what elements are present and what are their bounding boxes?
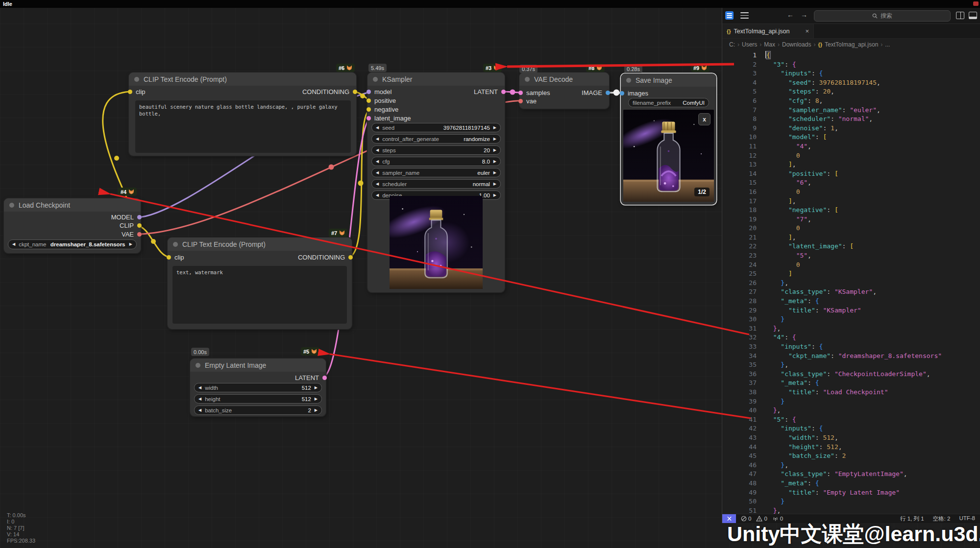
increment-arrow-icon[interactable]: ▶ [493,126,496,130]
decrement-arrow-icon[interactable]: ◀ [198,397,201,401]
output-slot-conditioning[interactable] [348,255,353,260]
node-ksampler[interactable]: KSampler model LATENT positive negative … [368,72,505,292]
node-load-checkpoint[interactable]: Load Checkpoint MODEL CLIP VAE ◀ ckpt_na… [4,198,141,253]
decrement-arrow-icon[interactable]: ◀ [198,408,201,412]
decrement-arrow-icon[interactable]: ◀ [376,148,379,152]
node-save-image[interactable]: Save Image images filename_prefix ComfyU… [621,73,716,205]
editor-tab-bar: {} TextToImag_api.json × [722,24,980,39]
increment-arrow-icon[interactable]: ▶ [493,193,496,197]
output-slot-vae[interactable] [137,232,142,237]
decrement-arrow-icon[interactable]: ◀ [376,193,379,197]
increment-arrow-icon[interactable]: ▶ [493,160,496,164]
node-exec-time-badge: 0.37s [519,65,538,73]
widget-seed[interactable]: ◀ seed 397628118197145 ▶ [371,123,501,132]
node-title: CLIP Text Encode (Prompt) [144,75,227,83]
prompt-textarea[interactable]: beautiful scenery nature glass bottle la… [135,100,351,153]
widget-steps[interactable]: ◀ steps 20 ▶ [371,145,501,155]
node-clip-text-encode-positive[interactable]: CLIP Text Encode (Prompt) clip CONDITION… [129,72,356,156]
collapse-dot[interactable] [373,77,378,82]
input-slot-clip[interactable] [167,255,171,260]
output-slot-latent[interactable] [322,376,327,380]
widget-sampler-name[interactable]: ◀ sampler_name euler ▶ [371,168,501,177]
input-slot-vae[interactable] [518,99,523,103]
input-slot-samples[interactable] [518,91,523,95]
input-slot-model[interactable] [367,90,371,94]
output-slot-image[interactable] [606,91,610,95]
decrement-arrow-icon[interactable]: ◀ [376,126,379,130]
node-order-badge-5: #5 [301,347,319,356]
input-slot-latent-image[interactable] [367,116,371,120]
input-slot-positive[interactable] [367,98,371,103]
code-editor[interactable]: 1234567891011121314151617181920212223242… [722,49,980,514]
breadcrumb-item[interactable]: ... [885,41,890,48]
increment-arrow-icon[interactable]: ▶ [493,182,496,186]
collapse-dot[interactable] [173,242,178,247]
tab-close-icon[interactable]: × [805,27,809,35]
node-empty-latent-image[interactable]: Empty Latent Image LATENT ◀ width 512 ▶ … [190,358,326,416]
collapse-dot[interactable] [134,77,139,82]
node-exec-time-badge: 0.00s [191,348,209,356]
widget-control-after-generate[interactable]: ◀ control_after_generate randomize ▶ [371,134,501,143]
node-order-badge-8: #8 [586,64,605,72]
node-order-badge-6: #6 [336,64,355,72]
menu-hamburger-icon[interactable] [740,12,749,19]
increment-arrow-icon[interactable]: ▶ [315,397,318,401]
increment-arrow-icon[interactable]: ▶ [493,137,496,141]
decrement-arrow-icon[interactable]: ◀ [376,137,379,141]
input-slot-negative[interactable] [367,107,371,112]
decrement-arrow-icon[interactable]: ◀ [376,182,379,186]
increment-arrow-icon[interactable]: ▶ [315,386,318,390]
widget-batch-size[interactable]: ◀ batch_size 2 ▶ [194,405,322,415]
split-editor-icon[interactable] [956,12,964,19]
output-slot-clip[interactable] [137,223,142,228]
output-slot-conditioning[interactable] [353,90,357,94]
output-slot-label: LATENT [474,88,498,95]
output-slot-model[interactable] [137,215,142,219]
widget-scheduler[interactable]: ◀ scheduler normal ▶ [371,179,501,189]
input-slot-images[interactable] [620,91,624,95]
breadcrumb-item[interactable]: Downloads [782,41,811,48]
command-search-input[interactable]: 搜索 [814,10,951,22]
tab-texttoimag-api-json[interactable]: {} TextToImag_api.json × [722,24,814,38]
latent-preview-image [390,196,483,289]
decrement-arrow-icon[interactable]: ◀ [376,160,379,164]
nav-back-button[interactable]: ← [787,11,794,19]
increment-arrow-icon[interactable]: ▶ [493,148,496,152]
widget-height[interactable]: ◀ height 512 ▶ [194,394,322,404]
breadcrumb-item[interactable]: Users [742,41,757,48]
breadcrumb-item[interactable]: C: [729,41,735,48]
node-clip-text-encode-negative[interactable]: CLIP Text Encode (Prompt) clip CONDITION… [168,238,352,329]
increment-arrow-icon[interactable]: ▶ [129,242,132,246]
breadcrumb-item[interactable]: Max [764,41,775,48]
collapse-dot[interactable] [196,363,200,368]
node-order-badge-4: #4 [118,188,137,196]
prompt-textarea[interactable]: text, watermark [172,266,347,324]
vscode-panel: ← → 搜索 {} TextToImag_api.json × C:› User… [722,8,980,523]
nav-forward-button[interactable]: → [801,11,808,19]
node-order-badge-3: #3 [483,64,502,72]
node-vae-decode[interactable]: VAE Decode samples IMAGE vae [519,72,609,109]
canvas-perf-stats: T: 0.00s I: 0 N: 7 [7] V: 14 FPS:208.33 [7,512,35,544]
increment-arrow-icon[interactable]: ▶ [315,408,318,412]
app-menu-bar: Idle [0,0,980,8]
decrement-arrow-icon[interactable]: ◀ [198,386,201,390]
breadcrumb-item[interactable]: TextToImag_api.json [825,41,878,48]
vscode-logo-icon[interactable] [725,11,734,20]
collapse-dot[interactable] [9,203,14,208]
widget-ckpt-name[interactable]: ◀ ckpt_name dreamshaper_8.safetensors ▶ [8,239,137,249]
decrement-arrow-icon[interactable]: ◀ [376,171,379,175]
fox-icon [346,65,352,71]
editor-code[interactable]: { "3": { "inputs": { "seed": 39762811819… [762,51,980,514]
widget-filename-prefix[interactable]: filename_prefix ComfyUI [628,98,709,107]
widget-width[interactable]: ◀ width 512 ▶ [194,383,322,392]
input-slot-clip[interactable] [128,90,132,94]
output-slot-latent[interactable] [501,90,506,94]
widget-cfg[interactable]: ◀ cfg 8.0 ▶ [371,157,501,166]
increment-arrow-icon[interactable]: ▶ [493,171,496,175]
toggle-panel-icon[interactable] [969,12,977,19]
collapse-dot[interactable] [525,77,530,82]
output-slot-label: CONDITIONING [302,88,349,95]
decrement-arrow-icon[interactable]: ◀ [12,242,15,246]
collapse-dot[interactable] [626,78,631,83]
close-preview-button[interactable]: x [698,113,710,125]
